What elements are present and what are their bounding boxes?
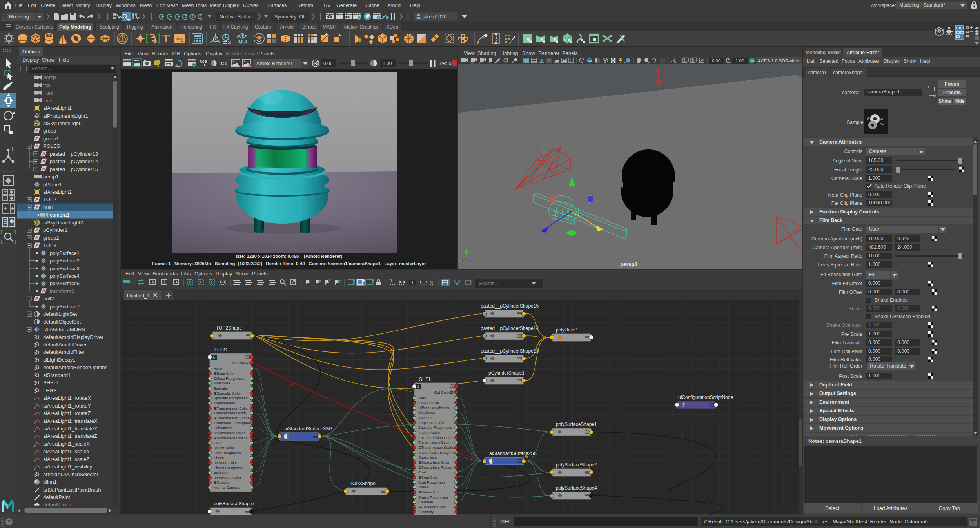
svg-text:POLES: POLES: [43, 143, 60, 149]
svg-text:Metalness: Metalness: [418, 411, 435, 415]
svg-text:SHELL: SHELL: [419, 377, 434, 382]
svg-text:pasted__pCylinder13: pasted__pCylinder13: [50, 151, 98, 157]
svg-text:pasted__pCylinderShape15: pasted__pCylinderShape15: [481, 303, 539, 309]
svg-text:polySurfaceShape7: polySurfaceShape7: [214, 501, 255, 506]
svg-text:⊞Subsurface Radius: ⊞Subsurface Radius: [418, 466, 452, 470]
svg-text:Show: Show: [42, 57, 55, 63]
svg-text:pCylinder1: pCylinder1: [43, 227, 67, 233]
svg-text:defaultArnoldDisplayDriver: defaultArnoldDisplayDriver: [43, 334, 104, 340]
svg-text:blinn1: blinn1: [43, 479, 57, 485]
svg-text:Subsurface: Subsurface: [418, 455, 437, 459]
svg-text:aiStandard1: aiStandard1: [43, 372, 71, 378]
svg-text:⊞Base Color: ⊞Base Color: [418, 401, 439, 405]
svg-text:Options: Options: [194, 271, 212, 277]
svg-text:polyUnite1: polyUnite1: [556, 327, 578, 333]
svg-text:IPR: IPR: [166, 62, 171, 66]
svg-text:pasted__pCylinder15: pasted__pCylinder15: [50, 166, 98, 172]
svg-text:⊞Sheen Color: ⊞Sheen Color: [214, 461, 237, 465]
svg-text:⊞Base Color: ⊞Base Color: [214, 371, 235, 375]
svg-text:aiAreaLight2: aiAreaLight2: [43, 189, 72, 195]
svg-text:top: top: [43, 82, 50, 88]
svg-text:LEGS: LEGS: [43, 388, 57, 393]
svg-text:Out Color⊞: Out Color⊞: [229, 361, 249, 365]
svg-text:Search...: Search...: [479, 281, 499, 286]
svg-text:pPlane1: pPlane1: [43, 182, 62, 188]
svg-text:defaultLightSet: defaultLightSet: [43, 311, 77, 317]
svg-text:camera1: camera1: [50, 212, 70, 218]
svg-text:uiConfigurationScriptNode: uiConfigurationScriptNode: [678, 395, 733, 400]
svg-text:RGB: RGB: [200, 60, 207, 64]
svg-text:transform6: transform6: [50, 288, 74, 294]
svg-text:-1: -1: [410, 280, 414, 285]
svg-text:Sheen: Sheen: [418, 485, 429, 489]
svg-text:⊞Emission Color: ⊞Emission Color: [418, 505, 446, 509]
svg-text:defaultPaint: defaultPaint: [43, 494, 70, 500]
svg-text:View: View: [138, 271, 149, 277]
svg-text:⊞Opacity: ⊞Opacity: [418, 510, 434, 514]
svg-text:Specular: Specular: [214, 386, 228, 390]
svg-text:group2: group2: [43, 235, 59, 241]
svg-text:⊞Specular Color: ⊞Specular Color: [214, 391, 241, 395]
svg-text:polySurface2: polySurface2: [50, 258, 80, 264]
svg-text:Coat Roughness: Coat Roughness: [214, 451, 241, 455]
svg-text:LEGS: LEGS: [214, 347, 227, 353]
svg-text:Transmissi... Roughness: Transmissi... Roughness: [214, 421, 254, 425]
svg-text:TOP2Shape: TOP2Shape: [216, 325, 242, 331]
svg-text:aiAreaLight1_scaleX: aiAreaLight1_scaleX: [43, 441, 90, 447]
svg-text:TOP3: TOP3: [43, 242, 56, 248]
svg-text:persp: persp: [43, 75, 56, 80]
svg-text:Edit: Edit: [125, 271, 134, 277]
svg-text:⊞Transmission Scatter: ⊞Transmission Scatter: [418, 446, 456, 450]
svg-text:group: group: [43, 128, 56, 134]
svg-text:0.00: 0.00: [712, 58, 720, 63]
svg-text:Modeling: Modeling: [9, 14, 29, 20]
svg-text:Untitled_1: Untitled_1: [127, 293, 150, 299]
svg-text:defaultArnoldDriver: defaultArnoldDriver: [43, 342, 87, 348]
svg-text:Sheen: Sheen: [214, 456, 224, 460]
svg-text:aiAreaLight1_rotateY: aiAreaLight1_rotateY: [43, 403, 91, 409]
svg-text:Display: Display: [22, 57, 39, 63]
svg-text:pCylinderShape1: pCylinderShape1: [488, 370, 524, 376]
svg-text:ACES 1.0 SDR-video (sR: ACES 1.0 SDR-video (sR: [758, 58, 802, 63]
svg-text:aiAreaLight1_scaleY: aiAreaLight1_scaleY: [43, 448, 90, 454]
svg-text:Tabs: Tabs: [180, 271, 191, 277]
svg-text:art3dPaintLastPaintBrush: art3dPaintLastPaintBrush: [43, 487, 101, 493]
svg-text:polySurfaceShape4: polySurfaceShape4: [556, 485, 597, 491]
svg-text:Transmission Depth: Transmission Depth: [418, 441, 450, 444]
svg-text:Outliner: Outliner: [22, 49, 40, 55]
svg-text:⊞Sheen Color: ⊞Sheen Color: [418, 490, 441, 494]
svg-text:No Live Surface: No Live Surface: [220, 14, 254, 20]
svg-text:Display: Display: [216, 271, 232, 277]
svg-text:polySurface5: polySurface5: [50, 280, 80, 286]
svg-text:Normal Camera: Normal Camera: [214, 486, 240, 490]
svg-text:∞: ∞: [430, 279, 433, 285]
svg-text:IPR: IPR: [345, 16, 350, 19]
svg-text:0: 0: [390, 279, 392, 283]
svg-text:Symmetry: Off: Symmetry: Off: [274, 14, 306, 20]
svg-text:Search...: Search...: [31, 66, 52, 71]
svg-text:front: front: [43, 90, 53, 96]
svg-text:Arnold Renderer: Arnold Renderer: [256, 61, 292, 66]
svg-text:Diffuse Roughness: Diffuse Roughness: [214, 377, 245, 381]
svg-text:Sheen Roughness: Sheen Roughness: [418, 495, 448, 499]
svg-text:aiAreaLight1_scaleZ: aiAreaLight1_scaleZ: [43, 456, 90, 462]
svg-text:ON: ON: [750, 59, 754, 62]
svg-text:⊞Coat Color: ⊞Coat Color: [214, 446, 234, 450]
svg-text:Show: Show: [236, 271, 249, 277]
svg-text:Transmissi... Roughness: Transmissi... Roughness: [418, 451, 458, 455]
svg-text:Coat: Coat: [418, 470, 426, 474]
svg-text:polySurfaceShape1: polySurfaceShape1: [556, 422, 597, 427]
svg-text:null1: null1: [43, 204, 54, 210]
svg-text:Base: Base: [214, 367, 222, 371]
svg-text:Transmission Depth: Transmission Depth: [214, 411, 246, 415]
svg-text:⊞Transmission Color: ⊞Transmission Color: [214, 406, 248, 410]
svg-text:aiSkyDomeLight2: aiSkyDomeLight2: [43, 220, 83, 226]
svg-text:pasted__pCylinder14: pasted__pCylinder14: [50, 158, 98, 164]
svg-text:S: S: [157, 64, 160, 67]
svg-text:1.00: 1.00: [383, 61, 392, 66]
svg-text:pasted__pCylinderShape13: pasted__pCylinderShape13: [481, 348, 539, 354]
svg-text:aiAreaLight1_visibility: aiAreaLight1_visibility: [43, 464, 93, 470]
svg-text:⊞Subsurface Radius: ⊞Subsurface Radius: [214, 436, 248, 440]
svg-text:Subsurface: Subsurface: [214, 426, 232, 430]
svg-text:polySurface1: polySurface1: [50, 250, 80, 256]
